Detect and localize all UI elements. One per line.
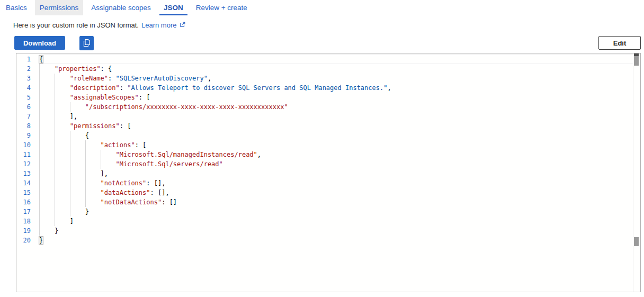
line-number: 7 (16, 112, 39, 121)
code-line[interactable]: "assignableScopes": [ (39, 93, 633, 102)
code-token: : { (101, 65, 112, 73)
code-line[interactable]: "notActions": [], (39, 178, 633, 188)
line-number: 9 (16, 131, 39, 140)
custom-role-json-page: Basics Permissions Assignable scopes JSO… (0, 0, 644, 297)
line-number: 10 (16, 140, 39, 150)
matched-bracket-token: } (39, 237, 43, 244)
line-number: 19 (16, 226, 39, 236)
code-token: "dataActions" (101, 189, 150, 196)
code-line[interactable]: "properties": { (39, 64, 633, 74)
line-number: 16 (16, 197, 39, 207)
edit-button[interactable]: Edit (598, 36, 641, 50)
tab-assignable-scopes[interactable]: Assignable scopes (86, 0, 156, 15)
scrollbar-thumb[interactable] (634, 53, 639, 66)
tab-permissions[interactable]: Permissions (35, 0, 84, 15)
copy-icon (83, 39, 91, 48)
code-token: "SQLServerAutoDiscovery" (116, 75, 208, 82)
code-token: "roleName" (70, 75, 108, 82)
editor-scrollbar[interactable] (633, 53, 640, 292)
code-token: "notActions" (101, 179, 147, 187)
learn-more-link[interactable]: Learn more (141, 21, 176, 29)
line-number: 6 (16, 102, 39, 112)
code-line[interactable]: "dataActions": [], (39, 188, 633, 197)
code-token: "actions" (101, 141, 135, 149)
code-token: "Microsoft.Sql/managedInstances/read" (116, 151, 257, 158)
code-token: ] (70, 218, 74, 225)
overview-marker-bottom (634, 237, 639, 246)
line-number: 3 (16, 74, 39, 83)
code-token: , (387, 84, 391, 92)
line-number: 12 (16, 159, 39, 169)
line-number: 2 (16, 64, 39, 74)
code-line[interactable]: "/subscriptions/xxxxxxxx-xxxx-xxxx-xxxx-… (39, 102, 633, 112)
code-token: "permissions" (70, 122, 120, 130)
code-line[interactable]: ] (39, 217, 633, 226)
overview-marker-top (634, 53, 639, 56)
code-token: : [ (135, 141, 147, 149)
code-token: "assignableScopes" (70, 94, 139, 101)
code-line[interactable]: "Microsoft.Sql/managedInstances/read", (39, 150, 633, 159)
matched-bracket-token: { (39, 56, 43, 63)
code-line[interactable]: "description": "Allows Teleport to disco… (39, 83, 633, 93)
tab-bar: Basics Permissions Assignable scopes JSO… (0, 0, 644, 15)
code-token: { (85, 132, 89, 139)
code-line[interactable]: "Microsoft.Sql/servers/read" (39, 159, 633, 169)
line-number: 14 (16, 178, 39, 188)
line-number: 17 (16, 207, 39, 217)
code-token: : [], (150, 189, 169, 196)
code-token: : [], (146, 179, 165, 187)
code-token: : (108, 75, 115, 82)
intro-line: Here is your custom role in JSON format.… (13, 21, 644, 29)
line-number: 5 (16, 93, 39, 102)
json-editor[interactable]: 1234567891011121314151617181920 { "prope… (16, 53, 641, 292)
code-line[interactable]: "notDataActions": [] (39, 197, 633, 207)
editor-gutter: 1234567891011121314151617181920 (16, 55, 39, 245)
code-token: "/subscriptions/xxxxxxxx-xxxx-xxxx-xxxx-… (85, 103, 288, 111)
line-number: 11 (16, 150, 39, 159)
intro-text: Here is your custom role in JSON format. (13, 21, 139, 29)
code-line[interactable]: "roleName": "SQLServerAutoDiscovery", (39, 74, 633, 83)
code-line[interactable]: ], (39, 169, 633, 178)
download-button[interactable]: Download (14, 36, 65, 50)
code-token: : [] (162, 199, 177, 206)
line-number: 15 (16, 188, 39, 197)
code-token: : (120, 84, 127, 92)
tab-json[interactable]: JSON (159, 0, 188, 15)
code-token: , (257, 151, 261, 158)
tab-basics[interactable]: Basics (1, 0, 32, 15)
code-token: : [ (120, 122, 131, 130)
code-token: "properties" (55, 65, 101, 73)
line-number: 1 (16, 55, 39, 64)
tab-review-create[interactable]: Review + create (191, 0, 252, 15)
code-token: "Microsoft.Sql/servers/read" (116, 160, 223, 168)
code-line[interactable]: "actions": [ (39, 140, 633, 150)
code-token: } (55, 227, 58, 235)
copy-button[interactable] (79, 36, 94, 50)
code-token: } (85, 208, 89, 215)
line-number: 8 (16, 121, 39, 131)
code-token: : [ (139, 94, 150, 101)
code-line[interactable]: } (39, 207, 633, 217)
line-number: 20 (16, 236, 39, 245)
line-number: 13 (16, 169, 39, 178)
code-line[interactable]: { (39, 55, 633, 64)
code-token: "Allows Teleport to discover SQL Servers… (127, 84, 387, 92)
code-token: ], (101, 170, 108, 177)
code-line[interactable]: { (39, 131, 633, 140)
toolbar: Download Edit (14, 36, 641, 50)
code-line[interactable]: "permissions": [ (39, 121, 633, 131)
editor-code-area[interactable]: { "properties": { "roleName": "SQLServer… (39, 55, 633, 292)
code-token: "notDataActions" (101, 199, 162, 206)
code-token: "description" (70, 84, 120, 92)
line-number: 4 (16, 83, 39, 93)
code-line[interactable]: } (39, 226, 633, 236)
code-token: ], (70, 113, 77, 120)
code-line[interactable]: } (39, 236, 633, 245)
line-number: 18 (16, 217, 39, 226)
code-line[interactable]: ], (39, 112, 633, 121)
external-link-icon (180, 21, 185, 29)
code-token: , (208, 75, 211, 82)
